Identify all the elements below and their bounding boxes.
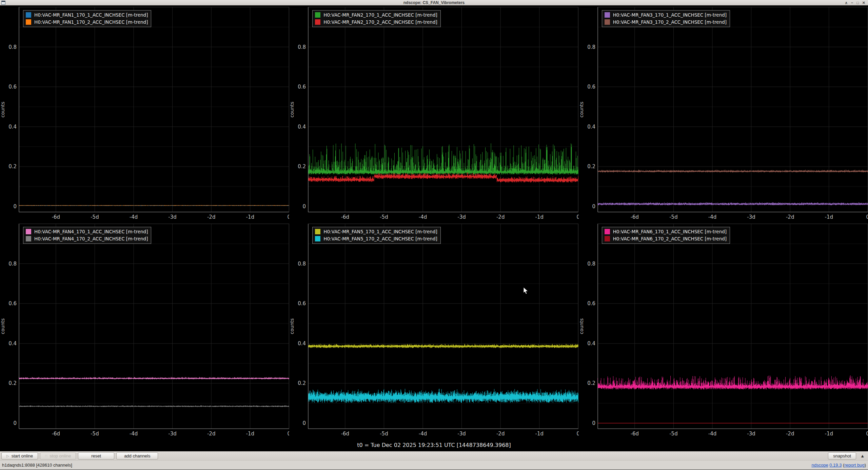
x-tick-label: -1d bbox=[825, 431, 833, 437]
legend-channel-label: H0:VAC-MR_FAN1_170_2_ACC_INCHSEC [m-tren… bbox=[34, 19, 148, 25]
plot-cell-fan2[interactable]: 00.20.40.60.8-6d-5d-4d-3d-2d-1d0countsH0… bbox=[289, 5, 578, 222]
y-tick-label: 0.6 bbox=[298, 300, 306, 307]
legend-item[interactable]: H0:VAC-MR_FAN3_170_2_ACC_INCHSEC [m-tren… bbox=[605, 19, 727, 25]
y-tick-label: 0.4 bbox=[587, 340, 595, 347]
y-tick-label: 0.2 bbox=[8, 380, 17, 386]
legend-item[interactable]: H0:VAC-MR_FAN5_170_2_ACC_INCHSEC [m-tren… bbox=[315, 236, 437, 241]
legend-item[interactable]: H0:VAC-MR_FAN2_170_2_ACC_INCHSEC [m-tren… bbox=[315, 19, 437, 25]
legend-channel-label: H0:VAC-MR_FAN4_170_2_ACC_INCHSEC [m-tren… bbox=[34, 236, 148, 241]
y-tick-label: 0.6 bbox=[8, 300, 17, 307]
close-window-icon[interactable]: ✕ bbox=[862, 0, 865, 5]
x-tick-label: -4d bbox=[130, 431, 138, 437]
legend-item[interactable]: H0:VAC-MR_FAN3_170_1_ACC_INCHSEC [m-tren… bbox=[605, 12, 727, 18]
y-tick-label: 0 bbox=[13, 203, 17, 210]
legend-item[interactable]: H0:VAC-MR_FAN4_170_2_ACC_INCHSEC [m-tren… bbox=[26, 236, 148, 241]
version-link[interactable]: 0.19.3 bbox=[829, 463, 842, 468]
x-tick-label: -5d bbox=[380, 214, 388, 220]
x-tick-label: -1d bbox=[535, 214, 544, 220]
legend-channel-label: H0:VAC-MR_FAN5_170_2_ACC_INCHSEC [m-tren… bbox=[323, 236, 437, 241]
report-bug-link[interactable]: report bug bbox=[844, 463, 864, 468]
y-tick-label: 0 bbox=[13, 420, 17, 426]
reset-button[interactable]: reset bbox=[78, 452, 114, 459]
legend-item[interactable]: H0:VAC-MR_FAN6_170_1_ACC_INCHSEC [m-tren… bbox=[605, 229, 727, 234]
x-tick-label: -2d bbox=[786, 431, 794, 437]
legend-channel-label: H0:VAC-MR_FAN5_170_1_ACC_INCHSEC [m-tren… bbox=[323, 229, 437, 234]
chart-fan6[interactable]: 00.20.40.60.8-6d-5d-4d-3d-2d-1d0counts bbox=[579, 222, 868, 439]
legend-item[interactable]: H0:VAC-MR_FAN4_170_1_ACC_INCHSEC [m-tren… bbox=[26, 229, 148, 234]
snapshot-button[interactable]: snapshot bbox=[828, 452, 856, 459]
chart-fan2[interactable]: 00.20.40.60.8-6d-5d-4d-3d-2d-1d0counts bbox=[289, 5, 578, 222]
ndscope-link[interactable]: ndscope bbox=[811, 463, 828, 468]
legend-item[interactable]: H0:VAC-MR_FAN1_170_2_ACC_INCHSEC [m-tren… bbox=[26, 19, 148, 25]
y-tick-label: 0.2 bbox=[587, 163, 595, 170]
y-tick-label: 0.2 bbox=[298, 163, 306, 170]
y-tick-label: 0.8 bbox=[8, 261, 17, 267]
legend: H0:VAC-MR_FAN5_170_1_ACC_INCHSEC [m-tren… bbox=[312, 227, 440, 244]
x-tick-label: -5d bbox=[91, 431, 99, 437]
x-tick-label: -3d bbox=[458, 431, 466, 437]
x-tick-label: -3d bbox=[747, 214, 755, 220]
y-tick-label: 0 bbox=[303, 420, 306, 426]
x-tick-label: -6d bbox=[52, 431, 60, 437]
plot-cell-fan3[interactable]: 00.20.40.60.8-6d-5d-4d-3d-2d-1d0countsH0… bbox=[579, 5, 868, 222]
x-tick-label: -6d bbox=[52, 214, 60, 220]
chart-fan4[interactable]: 00.20.40.60.8-6d-5d-4d-3d-2d-1d0counts bbox=[0, 222, 289, 439]
window-title: ndscope: CS_FAN_Vibrometers bbox=[0, 0, 868, 5]
legend-channel-label: H0:VAC-MR_FAN6_170_2_ACC_INCHSEC [m-tren… bbox=[613, 236, 727, 241]
x-tick-label: -4d bbox=[708, 431, 716, 437]
statusbar: h1daqnds1:8088 [428610 channels] ndscope… bbox=[0, 460, 868, 470]
minimize-window-icon[interactable]: − bbox=[851, 0, 853, 5]
y-axis-label: counts bbox=[289, 318, 295, 334]
y-tick-label: 0.8 bbox=[8, 44, 17, 50]
start-online-button[interactable]: ▷ start online bbox=[1, 452, 38, 459]
about-links: ndscope 0.19.3 (report bug) bbox=[811, 463, 866, 468]
y-tick-label: 0.6 bbox=[587, 84, 595, 90]
legend: H0:VAC-MR_FAN3_170_1_ACC_INCHSEC [m-tren… bbox=[602, 10, 730, 27]
legend-channel-label: H0:VAC-MR_FAN1_170_1_ACC_INCHSEC [m-tren… bbox=[34, 12, 148, 18]
legend-color-swatch bbox=[315, 12, 320, 18]
shade-window-icon[interactable]: ∧ bbox=[845, 0, 848, 5]
plot-cell-fan5[interactable]: 00.20.40.60.8-6d-5d-4d-3d-2d-1d0countsH0… bbox=[289, 222, 578, 439]
add-channels-button[interactable]: add channels bbox=[116, 452, 158, 459]
legend: H0:VAC-MR_FAN2_170_1_ACC_INCHSEC [m-tren… bbox=[312, 10, 440, 27]
x-tick-label: -4d bbox=[130, 214, 138, 220]
y-tick-label: 0 bbox=[303, 203, 306, 210]
y-axis-label: counts bbox=[579, 318, 584, 334]
y-axis-label: counts bbox=[289, 102, 295, 118]
chart-fan1[interactable]: 00.20.40.60.8-6d-5d-4d-3d-2d-1d0counts bbox=[0, 5, 289, 222]
x-tick-label: -1d bbox=[246, 431, 254, 437]
chart-fan3[interactable]: 00.20.40.60.8-6d-5d-4d-3d-2d-1d0counts bbox=[579, 5, 868, 222]
plot-cell-fan6[interactable]: 00.20.40.60.8-6d-5d-4d-3d-2d-1d0countsH0… bbox=[579, 222, 868, 439]
legend-color-swatch bbox=[605, 12, 610, 18]
expand-panel-icon[interactable]: ▲ bbox=[858, 453, 867, 458]
legend-color-swatch bbox=[315, 19, 320, 25]
legend-color-swatch bbox=[26, 229, 31, 234]
legend-item[interactable]: H0:VAC-MR_FAN1_170_1_ACC_INCHSEC [m-tren… bbox=[26, 12, 148, 18]
bottom-toolbar: ▷ start online □ stop online reset add c… bbox=[0, 451, 868, 460]
y-tick-label: 0 bbox=[592, 203, 595, 210]
legend-color-swatch bbox=[26, 12, 31, 18]
y-tick-label: 0.4 bbox=[8, 340, 17, 347]
legend-item[interactable]: H0:VAC-MR_FAN2_170_1_ACC_INCHSEC [m-tren… bbox=[315, 12, 437, 18]
legend-item[interactable]: H0:VAC-MR_FAN6_170_2_ACC_INCHSEC [m-tren… bbox=[605, 236, 727, 241]
x-tick-label: -4d bbox=[708, 214, 716, 220]
x-tick-label: -5d bbox=[91, 214, 99, 220]
plot-cell-fan1[interactable]: 00.20.40.60.8-6d-5d-4d-3d-2d-1d0countsH0… bbox=[0, 5, 289, 222]
play-icon: ▷ bbox=[6, 454, 9, 458]
plot-cell-fan4[interactable]: 00.20.40.60.8-6d-5d-4d-3d-2d-1d0countsH0… bbox=[0, 222, 289, 439]
maximize-window-icon[interactable]: □ bbox=[856, 0, 859, 5]
legend-color-swatch bbox=[315, 236, 320, 241]
x-tick-label: -6d bbox=[630, 214, 638, 220]
y-tick-label: 0.8 bbox=[298, 261, 306, 267]
y-tick-label: 0.8 bbox=[298, 44, 306, 50]
y-tick-label: 0.2 bbox=[587, 380, 595, 386]
t0-timestamp: t0 = Tue Dec 02 2025 19:23:51 UTC [14487… bbox=[0, 439, 868, 451]
x-tick-label: -3d bbox=[168, 214, 176, 220]
plots-grid: 00.20.40.60.8-6d-5d-4d-3d-2d-1d0countsH0… bbox=[0, 5, 868, 439]
legend-channel-label: H0:VAC-MR_FAN6_170_1_ACC_INCHSEC [m-tren… bbox=[613, 229, 727, 234]
legend-color-swatch bbox=[605, 19, 610, 25]
y-tick-label: 0.4 bbox=[8, 124, 17, 130]
y-axis-label: counts bbox=[579, 102, 584, 118]
chart-fan5[interactable]: 00.20.40.60.8-6d-5d-4d-3d-2d-1d0counts bbox=[289, 222, 578, 439]
legend-item[interactable]: H0:VAC-MR_FAN5_170_1_ACC_INCHSEC [m-tren… bbox=[315, 229, 437, 234]
